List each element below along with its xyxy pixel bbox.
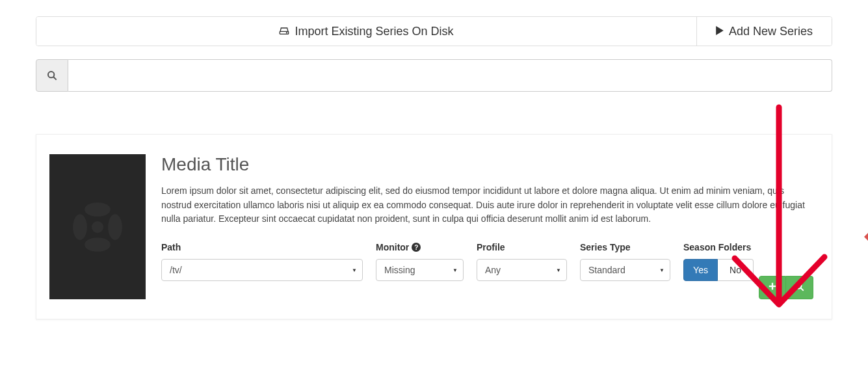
play-icon <box>716 25 724 38</box>
monitor-field: Monitor ? Missing <box>376 242 464 281</box>
series-type-select[interactable]: Standard <box>580 259 670 281</box>
series-details: Media Title Lorem ipsum dolor sit amet, … <box>161 154 813 299</box>
disk-icon <box>279 25 289 38</box>
path-value: /tv/ <box>170 265 182 275</box>
search-bar <box>36 59 832 92</box>
profile-field: Profile Any <box>477 242 567 281</box>
import-series-label: Import Existing Series On Disk <box>295 25 453 38</box>
series-type-label: Series Type <box>580 242 670 252</box>
series-title: Media Title <box>161 154 813 175</box>
series-type-value: Standard <box>588 265 625 275</box>
search-input[interactable] <box>68 59 832 92</box>
import-series-button[interactable]: Import Existing Series On Disk <box>36 17 696 46</box>
svg-point-7 <box>73 214 87 240</box>
scroll-indicator-icon <box>864 233 868 241</box>
search-icon <box>795 282 804 294</box>
svg-point-6 <box>85 237 111 252</box>
search-icon <box>36 59 68 92</box>
svg-point-2 <box>48 72 54 77</box>
help-icon[interactable]: ? <box>412 243 421 252</box>
season-folders-yes-button[interactable]: Yes <box>683 259 718 281</box>
add-new-series-label: Add New Series <box>729 25 813 38</box>
path-label: Path <box>161 242 363 252</box>
profile-label: Profile <box>477 242 567 252</box>
monitor-select[interactable]: Missing <box>376 259 464 281</box>
season-folders-no-button[interactable]: No <box>718 259 754 281</box>
add-button[interactable] <box>759 276 786 299</box>
svg-point-1 <box>287 32 287 33</box>
series-result-card: Media Title Lorem ipsum dolor sit amet, … <box>36 134 832 319</box>
profile-select[interactable]: Any <box>477 259 567 281</box>
series-description: Lorem ipsum dolor sit amet, consectetur … <box>161 184 813 226</box>
series-type-field: Series Type Standard <box>580 242 670 281</box>
series-options-row: Path /tv/ Monitor ? Missing Profile <box>161 242 813 281</box>
monitor-value: Missing <box>384 265 415 275</box>
season-folders-label: Season Folders <box>683 242 782 252</box>
path-select[interactable]: /tv/ <box>161 259 363 281</box>
action-button-group <box>759 276 813 299</box>
svg-point-11 <box>796 282 802 288</box>
series-poster-placeholder <box>49 154 146 299</box>
svg-point-8 <box>108 214 122 240</box>
svg-line-12 <box>800 288 803 290</box>
profile-value: Any <box>485 265 501 275</box>
monitor-label: Monitor ? <box>376 242 464 252</box>
season-folders-toggle: Yes No <box>683 259 754 281</box>
header-button-group: Import Existing Series On Disk Add New S… <box>36 16 832 46</box>
plus-icon <box>768 282 777 293</box>
svg-point-4 <box>92 221 103 233</box>
add-new-series-button[interactable]: Add New Series <box>696 17 832 46</box>
path-field: Path /tv/ <box>161 242 363 281</box>
add-and-search-button[interactable] <box>786 276 813 299</box>
svg-point-5 <box>85 202 111 217</box>
svg-line-3 <box>53 77 57 80</box>
